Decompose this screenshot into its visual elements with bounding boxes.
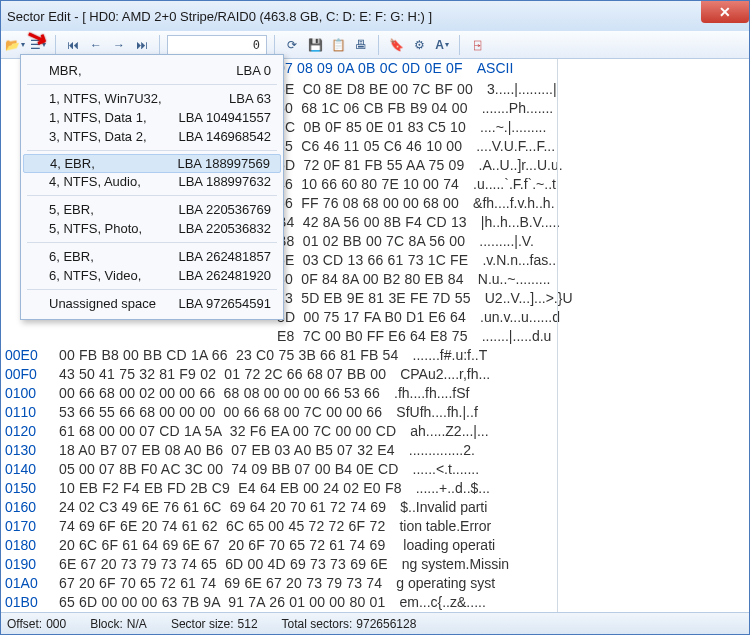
ascii-cell[interactable]: N.u..~......... (464, 270, 551, 289)
hex-row[interactable]: E8 7C 00 B0 FF E6 64 E8 75.......|.....d… (1, 327, 749, 346)
ascii-cell[interactable]: ng system.Missin (388, 555, 509, 574)
open-dropdown-button[interactable]: 📂 (5, 35, 25, 55)
bytes-cell[interactable]: 6E 67 20 73 79 73 74 65 6D 00 4D 69 73 7… (57, 555, 388, 574)
tag-button[interactable]: 🔖 (386, 35, 406, 55)
ascii-cell[interactable]: SfUfh....fh.|..f (382, 403, 477, 422)
bytes-cell[interactable]: 18 A0 B7 07 EB 08 A0 B6 07 EB 03 A0 B5 0… (57, 441, 395, 460)
bytes-cell[interactable]: 67 20 6F 70 65 72 61 74 69 6E 67 20 73 7… (57, 574, 382, 593)
popup-item-value: LBA 188997632 (178, 174, 271, 189)
bytes-cell[interactable]: 10 EB F2 F4 EB FD 2B C9 E4 64 EB 00 24 0… (57, 479, 402, 498)
bytes-cell[interactable]: 65 6D 00 00 00 63 7B 9A 91 7A 26 01 00 0… (57, 593, 385, 612)
popup-item[interactable]: MBR,LBA 0 (21, 61, 283, 80)
bytes-cell[interactable]: E8 7C 00 B0 FF E6 64 E8 75 (57, 327, 468, 346)
bytes-cell[interactable]: 74 69 6F 6E 20 74 61 62 6C 65 00 45 72 7… (57, 517, 385, 536)
ascii-cell[interactable]: .fh....fh....fSf (380, 384, 469, 403)
bytes-cell[interactable]: 61 68 00 00 07 CD 1A 5A 32 F6 EA 00 7C 0… (57, 422, 396, 441)
popup-item[interactable]: 5, NTFS, Photo,LBA 220536832 (21, 219, 283, 238)
offset-input[interactable] (167, 35, 267, 55)
popup-item-value: LBA 146968542 (178, 129, 271, 144)
bytes-cell[interactable]: 53 66 55 66 68 00 00 00 00 66 68 00 7C 0… (57, 403, 382, 422)
hex-row[interactable]: 01B065 6D 00 00 00 63 7B 9A 91 7A 26 01 … (1, 593, 749, 612)
popup-item[interactable]: 1, NTFS, Win7U32,LBA 63 (21, 89, 283, 108)
ascii-cell[interactable]: CPAu2....r,fh... (386, 365, 490, 384)
ascii-cell[interactable]: .........|.V. (465, 232, 533, 251)
ascii-cell[interactable]: &fh....f.v.h..h. (459, 194, 554, 213)
popup-item-label: Unassigned space (49, 296, 156, 311)
hex-row[interactable]: 00E000 FB B8 00 BB CD 1A 66 23 C0 75 3B … (1, 346, 749, 365)
ascii-cell[interactable]: .......f#.u:f..T (399, 346, 488, 365)
ascii-cell[interactable]: ......+..d..$... (402, 479, 490, 498)
gear-button[interactable]: ⚙ (409, 35, 429, 55)
ascii-cell[interactable]: .......|.....d.u (468, 327, 552, 346)
refresh-button[interactable]: ⟳ (282, 35, 302, 55)
save-button[interactable]: 💾 (305, 35, 325, 55)
hex-row[interactable]: 015010 EB F2 F4 EB FD 2B C9 E4 64 EB 00 … (1, 479, 749, 498)
partition-popup[interactable]: MBR,LBA 01, NTFS, Win7U32,LBA 631, NTFS,… (20, 54, 284, 320)
address-cell: 0100 (1, 384, 57, 403)
hex-row[interactable]: 018020 6C 6F 61 64 69 6E 67 20 6F 70 65 … (1, 536, 749, 555)
hex-row[interactable]: 012061 68 00 00 07 CD 1A 5A 32 F6 EA 00 … (1, 422, 749, 441)
hex-row[interactable]: 00F043 50 41 75 32 81 F9 02 01 72 2C 66 … (1, 365, 749, 384)
nav-first-button[interactable]: ⏮ (63, 35, 83, 55)
ascii-cell[interactable]: .un.v...u......d (466, 308, 560, 327)
hex-row[interactable]: 011053 66 55 66 68 00 00 00 00 66 68 00 … (1, 403, 749, 422)
exit-button[interactable]: ⍈ (467, 35, 487, 55)
hex-row[interactable]: 01A067 20 6F 70 65 72 61 74 69 6E 67 20 … (1, 574, 749, 593)
bytes-cell[interactable]: 00 66 68 00 02 00 00 66 68 08 00 00 00 6… (57, 384, 380, 403)
nav-last-button[interactable]: ⏭ (132, 35, 152, 55)
ascii-cell[interactable]: .v.N.n...fas.. (468, 251, 556, 270)
bytes-cell[interactable]: 20 6C 6F 61 64 69 6E 67 20 6F 70 65 72 6… (57, 536, 385, 555)
toolbar-separator (459, 35, 460, 55)
ascii-cell[interactable]: loading operati (385, 536, 495, 555)
hex-row[interactable]: 016024 02 C3 49 6E 76 61 6C 69 64 20 70 … (1, 498, 749, 517)
popup-item-value: LBA 220536769 (178, 202, 271, 217)
popup-item[interactable]: 4, EBR,LBA 188997569 (23, 154, 281, 173)
ascii-cell[interactable]: g operating syst (382, 574, 495, 593)
partition-dropdown-button[interactable]: ☰ (28, 35, 48, 55)
bytes-cell[interactable]: 00 FB B8 00 BB CD 1A 66 23 C0 75 3B 66 8… (57, 346, 399, 365)
hex-row[interactable]: 017074 69 6F 6E 20 74 61 62 6C 65 00 45 … (1, 517, 749, 536)
popup-item[interactable]: 3, NTFS, Data 2,LBA 146968542 (21, 127, 283, 146)
popup-item[interactable]: 6, NTFS, Video,LBA 262481920 (21, 266, 283, 285)
ascii-cell[interactable]: .A..U..]r...U.u. (465, 156, 563, 175)
hex-row[interactable]: 014005 00 07 8B F0 AC 3C 00 74 09 BB 07 … (1, 460, 749, 479)
popup-item[interactable]: 4, NTFS, Audio,LBA 188997632 (21, 172, 283, 191)
popup-item[interactable]: 1, NTFS, Data 1,LBA 104941557 (21, 108, 283, 127)
nav-next-button[interactable]: → (109, 35, 129, 55)
ascii-cell[interactable]: 3.....|.........| (473, 80, 557, 99)
popup-item-value: LBA 262481857 (178, 249, 271, 264)
popup-item[interactable]: Unassigned spaceLBA 972654591 (21, 294, 283, 313)
popup-item[interactable]: 5, EBR,LBA 220536769 (21, 200, 283, 219)
address-cell: 0160 (1, 498, 57, 517)
font-dropdown-button[interactable]: A (432, 35, 452, 55)
popup-item-label: 4, NTFS, Audio, (49, 174, 141, 189)
address-cell: 00E0 (1, 346, 57, 365)
ascii-cell[interactable]: ah.....Z2...|... (396, 422, 488, 441)
popup-item-label: 4, EBR, (50, 156, 95, 171)
ascii-cell[interactable]: ..............2. (395, 441, 475, 460)
ascii-cell[interactable]: ......<.t....... (399, 460, 480, 479)
ascii-cell[interactable]: ....~.|......... (466, 118, 546, 137)
ascii-cell[interactable]: $..Invalid parti (386, 498, 487, 517)
ascii-cell[interactable]: tion table.Error (385, 517, 491, 536)
ascii-cell[interactable]: em...c{..z&..... (385, 593, 485, 612)
close-button[interactable]: ✕ (701, 1, 749, 23)
bytes-cell[interactable]: 43 50 41 75 32 81 F9 02 01 72 2C 66 68 0… (57, 365, 386, 384)
print-button[interactable]: 🖶 (351, 35, 371, 55)
bytes-cell[interactable]: 24 02 C3 49 6E 76 61 6C 69 64 20 70 61 7… (57, 498, 386, 517)
nav-prev-button[interactable]: ← (86, 35, 106, 55)
hex-row[interactable]: 013018 A0 B7 07 EB 08 A0 B6 07 EB 03 A0 … (1, 441, 749, 460)
ascii-cell[interactable]: .......Ph....... (468, 99, 554, 118)
ascii-cell[interactable]: |h..h...B.V..... (467, 213, 560, 232)
hex-row[interactable]: 01906E 67 20 73 79 73 74 65 6D 00 4D 69 … (1, 555, 749, 574)
ascii-cell[interactable]: ....V.U.F...F... (462, 137, 555, 156)
popup-item[interactable]: 6, EBR,LBA 262481857 (21, 247, 283, 266)
popup-item-value: LBA 0 (236, 63, 271, 78)
address-cell: 0180 (1, 536, 57, 555)
hex-row[interactable]: 010000 66 68 00 02 00 00 66 68 08 00 00 … (1, 384, 749, 403)
ascii-cell[interactable]: .u.....`.F.f`.~..t (459, 175, 556, 194)
copy-button[interactable]: 📋 (328, 35, 348, 55)
popup-separator (27, 289, 277, 290)
toolbar-separator (274, 35, 275, 55)
bytes-cell[interactable]: 05 00 07 8B F0 AC 3C 00 74 09 BB 07 00 B… (57, 460, 399, 479)
